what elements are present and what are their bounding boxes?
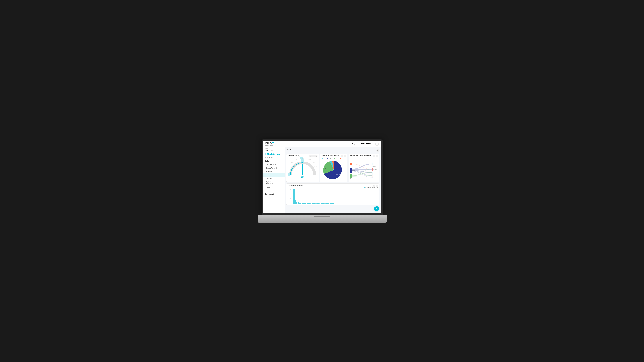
- svg-text:36.8M: 36.8M: [313, 171, 316, 172]
- pie-chart: Cotton Polyester: [322, 159, 346, 181]
- material-lines-more[interactable]: ⋮: [376, 155, 378, 157]
- company-select-wrapper[interactable]: DEMO RETAIL: [360, 143, 374, 145]
- sidebar-item-carbon-accounting[interactable]: Carbon Accounting: [263, 166, 284, 170]
- language-select[interactable]: English French: [351, 143, 359, 145]
- sidebar-section-carbon[interactable]: Carbon: [263, 159, 284, 163]
- bar-chart: [293, 189, 378, 204]
- sidebar-item-carbon-how-to[interactable]: Carbon How to: [263, 163, 284, 166]
- bar-item: [317, 203, 318, 204]
- charts-row-1: ◀ ⋮ Total Emission (kg): [286, 154, 379, 182]
- bar-item: [318, 203, 319, 204]
- language-select-wrapper[interactable]: English French: [351, 143, 359, 145]
- svg-rect-29: [350, 168, 352, 173]
- svg-text:46M: 46M: [314, 176, 316, 177]
- emission-customer-more[interactable]: ⋮: [376, 185, 378, 187]
- acrylic-dot: [322, 157, 323, 159]
- svg-point-6: [302, 174, 303, 175]
- sidebar-item-asset[interactable]: Asset: [263, 173, 284, 177]
- emission-raw-more[interactable]: ⋮: [344, 155, 346, 157]
- svg-text:27.6M: 27.6M: [313, 162, 316, 163]
- material-lines-filter[interactable]: [373, 155, 375, 157]
- page-more-button[interactable]: ⋯: [376, 149, 379, 152]
- user-icon[interactable]: [375, 142, 379, 146]
- company-select[interactable]: DEMO RETAIL: [360, 143, 374, 145]
- bar-item: [333, 203, 334, 204]
- sidebar-item-time-line[interactable]: Time Line: [263, 156, 284, 159]
- emission-customer-filter[interactable]: [373, 185, 375, 187]
- main-layout: Company DEMO RETAIL Triple Bottom Line: [263, 147, 381, 213]
- material-lines-card: ⋮ Material lines (count) per Family Elas…: [349, 154, 379, 182]
- sidebar-item-waste[interactable]: Waste: [263, 185, 284, 189]
- back-icon[interactable]: ◀: [312, 155, 315, 157]
- svg-text:9.21M: 9.21M: [290, 162, 292, 163]
- material-lines-menu: ⋮: [373, 155, 378, 157]
- svg-point-53: [376, 209, 377, 209]
- bar-item: [313, 203, 314, 204]
- svg-text:Bags Fashion: Bags Fashion: [373, 176, 376, 176]
- legend-cotton: Cotton: [334, 157, 339, 159]
- logo-subtitle: Impact Tracker: [265, 144, 274, 146]
- total-emission-menu: ◀ ⋮: [309, 155, 318, 157]
- svg-rect-43: [372, 175, 372, 177]
- cotton-dot: [334, 157, 335, 159]
- bar-item: [320, 203, 320, 204]
- bar-item: [324, 203, 326, 204]
- carbon-chevron-icon: [282, 160, 283, 162]
- sidebar-item-cix[interactable]: CIX: [263, 189, 284, 192]
- bar-item: [299, 203, 300, 204]
- svg-rect-37: [372, 168, 372, 171]
- svg-rect-40: [373, 168, 373, 171]
- svg-text:Pouches: Pouches: [373, 177, 375, 178]
- bar-item: [328, 203, 329, 204]
- bar-item: [310, 203, 312, 204]
- chat-fab[interactable]: [374, 206, 379, 211]
- sidebar-item-triple-bottom-line[interactable]: Triple Bottom Line: [263, 152, 284, 156]
- bar-item: [330, 203, 331, 204]
- polyester-dot: [327, 157, 328, 159]
- chat-icon: [375, 207, 378, 210]
- sidebar-item-expense[interactable]: Expense: [263, 170, 284, 173]
- svg-text:Secondary: Secondary: [373, 166, 376, 167]
- gauge-chart: 23M 0 4.6M 9.21M 13.6M 23M 18.4M 27.6M: [288, 157, 317, 179]
- svg-rect-35: [372, 166, 372, 167]
- svg-rect-47: [350, 178, 351, 179]
- triple-bottom-line-icon: [265, 153, 266, 155]
- emission-customer-card: ⋮ Emission per customer SUM(TOTAL_EMISSI…: [286, 183, 379, 205]
- emission-raw-legend: Acrylic Polyester Cotton: [322, 157, 346, 159]
- svg-text:Textile Garment: Textile Garment: [373, 169, 377, 170]
- svg-rect-31: [350, 174, 352, 178]
- sum-legend-label: SUM(TOTAL_EMISSION): [366, 187, 378, 188]
- total-emission-more[interactable]: ⋮: [315, 155, 318, 157]
- elastane-dot: [340, 157, 341, 159]
- company-label: Company: [263, 147, 284, 149]
- bar-item: [295, 200, 296, 204]
- emission-customer-menu: ⋮: [373, 185, 378, 187]
- svg-text:Polyester: Polyester: [336, 174, 341, 175]
- svg-text:Textile Accessories: Textile Accessories: [373, 173, 378, 173]
- svg-text:18.4M: 18.4M: [308, 159, 311, 160]
- bar-item: [332, 203, 333, 204]
- svg-text:None: None: [351, 179, 352, 179]
- sidebar-item-digital-carbon[interactable]: Digital Carbon Assessment: [263, 180, 284, 185]
- emission-customer-title: Emission per customer: [288, 185, 378, 186]
- bar-item: [305, 203, 306, 204]
- page-title: Asset: [286, 148, 292, 151]
- total-emission-card: ◀ ⋮ Total Emission (kg): [286, 154, 319, 182]
- legend-polyester: Polyester: [327, 157, 333, 159]
- bar-item: [327, 203, 328, 204]
- svg-text:Cotton: Cotton: [325, 168, 328, 169]
- sidebar-section-environment[interactable]: Environment: [263, 192, 284, 196]
- bar-item: [331, 203, 332, 204]
- filter-icon[interactable]: [309, 155, 312, 157]
- svg-text:Hair Accessories: Hair Accessories: [373, 164, 377, 164]
- svg-rect-27: [350, 163, 352, 165]
- sidebar-item-transport[interactable]: Transport: [263, 177, 284, 180]
- environment-chevron-icon: [282, 193, 283, 195]
- svg-point-0: [376, 143, 377, 144]
- bar-item: [309, 203, 310, 204]
- bar-item: [320, 203, 322, 204]
- svg-text:23M: 23M: [302, 158, 304, 159]
- svg-rect-41: [372, 172, 372, 175]
- logo-it: IT: [272, 142, 274, 145]
- emission-raw-filter-icon[interactable]: [341, 155, 343, 157]
